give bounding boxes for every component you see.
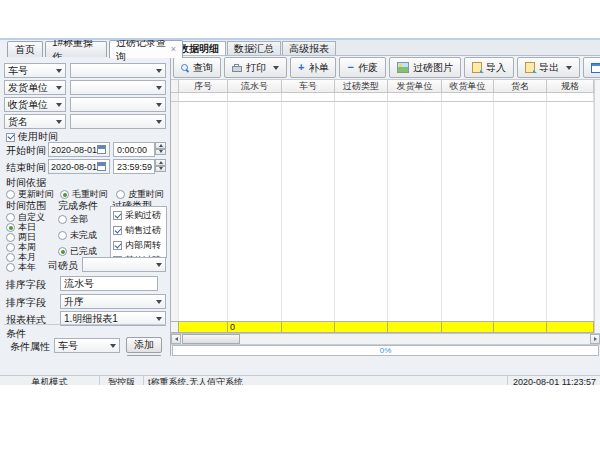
radio-icon [58, 215, 67, 224]
grid-filter-row[interactable] [171, 93, 594, 102]
checkbox-purchase-weigh[interactable]: 采购过磅 [113, 209, 166, 222]
scroll-right-arrow[interactable] [590, 334, 600, 344]
status-bar: 单机模式 智控版 t称重系统,无人值守系统 2020-08-01 11:23:5… [0, 375, 600, 385]
add-condition-button[interactable]: 添加 [126, 337, 162, 353]
export-icon [525, 62, 535, 73]
col-sender[interactable]: 发货单位 [388, 80, 442, 93]
weigher-select[interactable] [82, 257, 166, 272]
supplement-label: 补单 [308, 61, 328, 75]
field4-name: 货名 [8, 115, 28, 129]
scrollbar-track[interactable] [240, 334, 590, 344]
col-goods[interactable]: 货名 [494, 80, 547, 93]
end-time-input[interactable]: 23:59:59 [113, 159, 155, 174]
field3-name: 收货单位 [8, 98, 48, 112]
spin-down-icon[interactable] [155, 149, 166, 156]
subtab-data-summary[interactable]: 数据汇总 [227, 41, 281, 55]
checkbox-icon [113, 241, 122, 250]
chevron-down-icon [156, 263, 162, 267]
col-serial[interactable]: 流水号 [228, 80, 282, 93]
checkbox-internal-transfer[interactable]: 内部周转 [113, 239, 166, 252]
col-weigh-type[interactable]: 过磅类型 [335, 80, 388, 93]
grid-header-row: 序号 流水号 车号 过磅类型 发货单位 收货单位 货名 规格 [171, 80, 594, 93]
field2-name: 发货单位 [8, 81, 48, 95]
field2-name-select[interactable]: 发货单位 [4, 80, 66, 95]
field3-name-select[interactable]: 收货单位 [4, 97, 66, 112]
start-time-input[interactable]: 0:00:00 [113, 142, 155, 157]
field1-value-select[interactable] [70, 63, 166, 78]
grid-body[interactable] [171, 102, 594, 321]
scrollbar-thumb[interactable] [182, 334, 240, 344]
sort-order-select[interactable]: 升序 [60, 294, 166, 309]
chevron-down-icon [273, 66, 279, 70]
horizontal-scrollbar[interactable] [171, 334, 600, 345]
checkbox-label: 内部周转 [125, 239, 161, 252]
chevron-down-icon [56, 103, 62, 107]
start-time-spinner[interactable] [155, 142, 166, 155]
calendar-icon [97, 162, 106, 171]
subtab-advanced-report[interactable]: 高级报表 [282, 41, 336, 55]
checkbox-icon [113, 211, 122, 220]
spin-down-icon[interactable] [155, 166, 166, 173]
subtab-label: 数据明细 [179, 42, 219, 56]
weigh-type-box: 采购过磅 销售过磅 内部周转 其他过磅 [110, 206, 167, 258]
minus-icon: − [347, 62, 353, 73]
checkbox-icon [6, 133, 15, 142]
chevron-down-icon [566, 66, 572, 70]
chevron-down-icon [156, 300, 162, 304]
end-time-spinner[interactable] [155, 159, 166, 172]
void-label: 作废 [358, 61, 378, 75]
field4-name-select[interactable]: 货名 [4, 114, 66, 129]
chevron-down-icon [156, 103, 162, 107]
radio-icon [58, 231, 67, 240]
import-label: 导入 [486, 61, 506, 75]
col-vehicle[interactable]: 车号 [282, 80, 335, 93]
print-label: 打印 [246, 61, 266, 75]
add-button-label: 添加 [134, 338, 154, 352]
void-button[interactable]: −作废 [339, 57, 385, 78]
status-system-name: t称重系统,无人值守系统 [144, 376, 508, 385]
subtab-label: 高级报表 [289, 42, 329, 56]
query-button[interactable]: 查询 [173, 57, 221, 78]
start-date-picker[interactable]: 2020-08-01 [48, 142, 110, 157]
sort-field-input[interactable]: 流水号 [60, 276, 158, 291]
condition-attr-select[interactable]: 车号 [54, 338, 120, 353]
import-button[interactable]: 导入 [464, 57, 514, 78]
end-date-picker[interactable]: 2020-08-01 [48, 159, 110, 174]
start-time-value: 0:00:00 [117, 145, 147, 155]
scroll-left-arrow[interactable] [171, 334, 181, 344]
print-button[interactable]: 打印 [224, 57, 287, 78]
checkbox-sales-weigh[interactable]: 销售过磅 [113, 224, 166, 237]
progress-bar: 0% [172, 345, 599, 356]
sort-field-value: 流水号 [64, 277, 94, 291]
radio-label: 本年 [18, 261, 36, 274]
photos-label: 过磅图片 [413, 61, 453, 75]
checkbox-label: 采购过磅 [125, 209, 161, 222]
radio-finish-all[interactable]: 全部 [58, 213, 88, 226]
radio-range-year[interactable]: 本年 [6, 261, 36, 274]
field2-value-select[interactable] [70, 80, 166, 95]
chevron-down-icon [156, 86, 162, 90]
export-button[interactable]: 导出 [517, 57, 580, 78]
settings-button[interactable]: 设置 [583, 57, 600, 78]
col-spec[interactable]: 规格 [547, 80, 594, 93]
tab-weighing-operation[interactable]: 1#称重操作 [45, 41, 107, 57]
vertical-scrollbar[interactable] [594, 80, 600, 333]
col-receiver[interactable]: 收货单位 [442, 80, 494, 93]
weigh-photos-button[interactable]: 过磅图片 [389, 57, 461, 78]
field4-value-select[interactable] [70, 114, 166, 129]
tab-home[interactable]: 首页 [7, 41, 43, 57]
search-icon [181, 64, 189, 72]
col-seq[interactable]: 序号 [179, 80, 228, 93]
close-icon[interactable]: × [171, 45, 176, 54]
chevron-down-icon [156, 69, 162, 73]
radio-finish-incomplete[interactable]: 未完成 [58, 229, 97, 242]
supplement-button[interactable]: +补单 [290, 57, 336, 78]
row-indicator-header [171, 80, 179, 93]
radio-label: 未完成 [70, 229, 97, 242]
main-panel: 数据明细 数据汇总 高级报表 查询 打印 +补单 −作废 过磅图片 导入 导出 … [171, 40, 600, 356]
query-label: 查询 [193, 61, 213, 75]
tab-record-query[interactable]: 过磅记录查询 × [109, 40, 183, 58]
field1-name-select[interactable]: 车号 [4, 63, 66, 78]
delete-condition-button[interactable]: 删除 [126, 355, 162, 356]
field3-value-select[interactable] [70, 97, 166, 112]
